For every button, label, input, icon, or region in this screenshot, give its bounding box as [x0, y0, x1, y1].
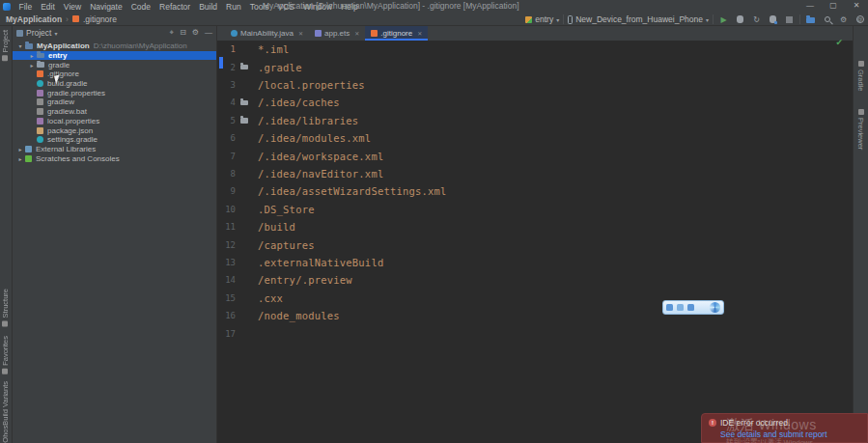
line-number: 6	[217, 133, 236, 143]
code-line[interactable]: 9/.idea/assetWizardSettings.xml	[217, 182, 853, 200]
tree-item-external-libraries[interactable]: ▸ External Libraries	[13, 145, 216, 154]
code-line[interactable]: 1*.iml	[217, 41, 853, 58]
menu-code[interactable]: Code	[126, 2, 154, 12]
code-line[interactable]: 8/.idea/navEditor.xml	[217, 165, 853, 182]
tree-item-gradlew-bat[interactable]: gradlew.bat	[13, 107, 216, 117]
chevron-down-icon[interactable]: ▾	[54, 30, 57, 37]
tree-item-scratches[interactable]: ▸ Scratches and Consoles	[13, 153, 216, 163]
line-text: /captures	[258, 239, 315, 251]
code-line[interactable]: 12/captures	[217, 235, 853, 253]
profiler-button[interactable]: ↻	[750, 14, 763, 25]
menu-refactor[interactable]: Refactor	[155, 2, 195, 12]
maximize-button[interactable]: ▢	[822, 0, 845, 13]
line-number: 17	[217, 329, 236, 339]
notification-report-link[interactable]: See details and submit report	[720, 429, 860, 439]
tool-window-favorites[interactable]: Favorites	[1, 336, 10, 374]
ime-toolbar[interactable]	[662, 300, 724, 315]
ime-keyboard-icon[interactable]	[666, 304, 673, 311]
debug-button[interactable]	[734, 14, 746, 25]
folder-icon	[806, 17, 815, 23]
code-line[interactable]: 5/.idea/libraries	[217, 112, 853, 129]
tab-close-icon[interactable]: ✕	[354, 30, 359, 37]
chevron-right-icon[interactable]: ▸	[28, 62, 36, 69]
tab-app-ets[interactable]: app.ets ✕	[309, 26, 365, 41]
tree-item-gradle[interactable]: ▸ gradle	[13, 60, 216, 69]
tree-item-gitignore[interactable]: .gitignore	[13, 69, 216, 79]
ime-handwriting-icon[interactable]	[677, 304, 684, 311]
tab-gitignore[interactable]: .gitignore ✕	[365, 26, 428, 41]
stop-button[interactable]	[783, 14, 796, 25]
search-everywhere-button[interactable]	[821, 14, 833, 25]
minimize-button[interactable]: —	[798, 0, 822, 13]
code-line[interactable]: 3/local.properties	[217, 76, 853, 94]
code-line[interactable]: 6/.idea/modules.xml	[217, 129, 853, 147]
profile-button[interactable]: @	[854, 14, 866, 25]
tool-window-label: Project	[1, 30, 10, 52]
code-line[interactable]: 14/entry/.preview	[217, 271, 853, 289]
code-line[interactable]: 7/.idea/workspace.xml	[217, 147, 853, 164]
chevron-right-icon[interactable]: ▸	[16, 155, 24, 162]
breadcrumb-file[interactable]: .gitignore	[83, 14, 117, 24]
tool-window-structure[interactable]: Structure	[1, 289, 10, 326]
breadcrumb-project[interactable]: MyApplication	[6, 14, 62, 24]
hide-panel-button[interactable]: —	[205, 28, 212, 38]
device-selector[interactable]: New_Device_from_Huawei_Phone ▾	[568, 14, 709, 24]
attach-debugger-button[interactable]	[767, 14, 779, 25]
code-line[interactable]: 16/node_modules	[217, 307, 853, 324]
line-text: /.idea/assetWizardSettings.xml	[258, 185, 447, 197]
ime-logo-icon[interactable]	[710, 302, 720, 313]
ime-clipboard-icon[interactable]	[687, 304, 694, 311]
project-panel-title[interactable]: Project	[26, 28, 51, 38]
device-file-browser-button[interactable]	[804, 14, 817, 25]
menu-build[interactable]: Build	[195, 2, 222, 12]
tool-window-gradle[interactable]: Gradle	[856, 61, 865, 92]
code-line[interactable]: 17	[217, 325, 853, 343]
select-opened-file-button[interactable]: ⌖	[170, 28, 175, 38]
tree-item-package-json[interactable]: package.json	[13, 125, 216, 135]
tab-mainability-java[interactable]: MainAbility.java ✕	[225, 26, 309, 41]
project-panel-tools: ⌖ ⊟ ⚙ —	[170, 28, 212, 38]
tab-close-icon[interactable]: ✕	[298, 30, 303, 37]
line-text: /.idea/navEditor.xml	[258, 168, 383, 180]
tree-item-settings-gradle[interactable]: settings.gradle	[13, 135, 216, 145]
code-line[interactable]: 11/build	[217, 218, 853, 235]
module-folder-icon	[37, 53, 44, 59]
tree-item-gradle-properties[interactable]: gradle.properties	[13, 88, 216, 97]
module-selector[interactable]: entry ▾	[525, 14, 559, 24]
tree-label: .gitignore	[47, 69, 79, 78]
code-line[interactable]: 4/.idea/caches	[217, 94, 853, 111]
tab-close-icon[interactable]: ✕	[417, 30, 422, 37]
tree-item-myapplication[interactable]: ▾ MyApplication D:\zhuomian\MyApplicatio…	[13, 42, 216, 51]
menu-navigate[interactable]: Navigate	[86, 2, 127, 12]
tool-window-ohosbuild-variants[interactable]: OhosBuild Variants	[1, 381, 10, 443]
tool-window-previewer[interactable]: Previewer	[856, 109, 865, 150]
code-line[interactable]: 15.cxx	[217, 290, 853, 307]
menu-view[interactable]: View	[59, 2, 85, 12]
line-number: 11	[217, 222, 236, 232]
bug-attach-icon	[770, 15, 776, 23]
ide-window: File Edit View Navigate Code Refactor Bu…	[0, 0, 868, 443]
avatar-icon: @	[856, 15, 864, 23]
settings-button[interactable]: ⚙	[837, 14, 850, 25]
tree-item-build-gradle[interactable]: build.gradle	[13, 79, 216, 89]
panel-settings-button[interactable]: ⚙	[192, 28, 199, 38]
project-view-icon	[16, 30, 23, 37]
chevron-right-icon[interactable]: ▸	[16, 146, 24, 152]
code-line[interactable]: 10.DS_Store	[217, 201, 853, 218]
menu-file[interactable]: File	[14, 2, 37, 12]
chevron-right-icon[interactable]: ▸	[28, 52, 36, 59]
menu-run[interactable]: Run	[222, 2, 246, 12]
line-text: .DS_Store	[258, 204, 315, 215]
tree-item-entry[interactable]: ▸ entry	[13, 51, 216, 61]
tree-item-gradlew[interactable]: gradlew	[13, 97, 216, 107]
code-line[interactable]: 2.gradle	[217, 58, 853, 75]
collapse-all-button[interactable]: ⊟	[180, 28, 186, 38]
tree-item-local-properties[interactable]: local.properties	[13, 117, 216, 126]
code-line[interactable]: 13.externalNativeBuild	[217, 254, 853, 271]
menu-edit[interactable]: Edit	[37, 2, 60, 12]
run-button[interactable]: ▶	[717, 14, 730, 25]
tool-window-project[interactable]: Project	[1, 30, 10, 61]
close-button[interactable]: ✕	[845, 0, 868, 13]
chevron-down-icon[interactable]: ▾	[16, 42, 24, 49]
line-text: /.idea/modules.xml	[258, 132, 371, 144]
